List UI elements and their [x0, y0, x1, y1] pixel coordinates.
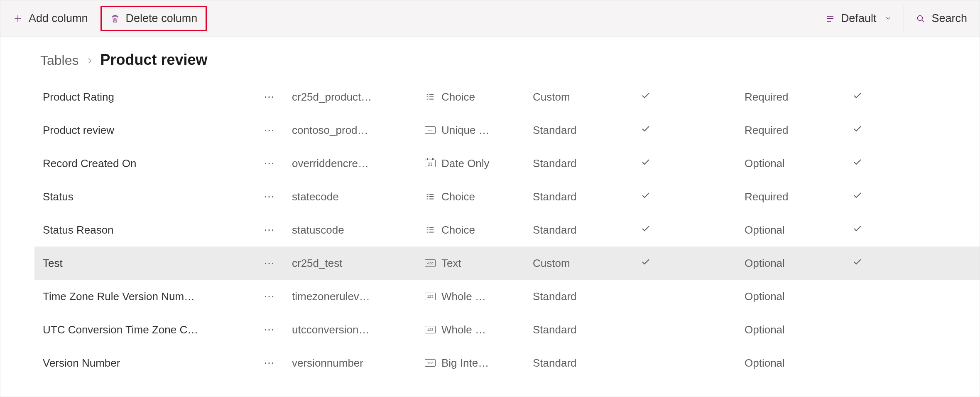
row-more-button[interactable]: ⋯: [259, 188, 280, 206]
column-display-name: Record Created On: [43, 157, 136, 170]
required-level: Required: [745, 190, 853, 203]
whole-type-icon: 123: [425, 326, 436, 333]
app-frame: Add column Delete column Default: [0, 0, 980, 397]
toolbar-separator: [904, 6, 904, 32]
data-type-cell: 123Whole …: [425, 290, 533, 303]
add-column-button[interactable]: Add column: [5, 8, 96, 29]
whole-type-icon: 123: [425, 293, 436, 300]
data-type-label: Choice: [441, 224, 475, 237]
required-level: Optional: [745, 157, 853, 170]
breadcrumb-parent[interactable]: Tables: [40, 53, 79, 68]
column-name: statuscode: [292, 224, 425, 237]
data-type-cell: 123Whole …: [425, 323, 533, 336]
column-display-name: Version Number: [43, 357, 120, 370]
chevron-down-icon: [884, 12, 892, 25]
table-row[interactable]: Status⋯statecodeChoiceStandardRequired: [34, 180, 980, 213]
data-type-label: Whole …: [441, 323, 486, 336]
customizable-check: [641, 124, 745, 137]
view-switcher-button[interactable]: Default: [818, 8, 900, 29]
column-display-name: UTC Conversion Time Zone C…: [43, 323, 198, 336]
delete-column-label: Delete column: [126, 12, 198, 25]
required-level: Optional: [745, 257, 853, 270]
row-more-button[interactable]: ⋯: [259, 155, 280, 173]
column-kind: Standard: [533, 323, 641, 336]
data-type-cell: Choice: [425, 224, 533, 237]
column-name: versionnumber: [292, 357, 425, 370]
search-icon: [916, 14, 926, 24]
column-display-name: Test: [43, 257, 63, 270]
customizable-check: [641, 224, 745, 237]
list-icon: [825, 14, 835, 24]
column-kind: Standard: [533, 157, 641, 170]
column-kind: Standard: [533, 290, 641, 303]
bigint-type-icon: 123: [425, 359, 436, 367]
row-more-button[interactable]: ⋯: [259, 288, 280, 306]
table-row[interactable]: Product review⋯contoso_prod…—Unique …Sta…: [34, 113, 980, 147]
trash-icon: [110, 14, 120, 24]
customizable-check: [641, 190, 745, 203]
required-level: Optional: [745, 224, 853, 237]
row-more-button[interactable]: ⋯: [259, 354, 280, 372]
table-row[interactable]: Test⋯cr25d_testAbcTextCustomOptional: [34, 247, 980, 280]
display-name-cell: Test⋯: [34, 254, 292, 272]
data-type-label: Big Inte…: [441, 357, 489, 370]
customizable-check: [641, 91, 745, 104]
data-type-cell: 123Big Inte…: [425, 357, 533, 370]
breadcrumb-current: Product review: [100, 51, 208, 69]
column-display-name: Product Rating: [43, 91, 114, 104]
data-type-label: Whole …: [441, 290, 486, 303]
row-more-button[interactable]: ⋯: [259, 221, 280, 239]
searchable-check: [853, 91, 902, 104]
column-kind: Custom: [533, 91, 641, 104]
chevron-right-icon: [86, 54, 94, 68]
display-name-cell: Status Reason⋯: [34, 221, 292, 239]
row-more-button[interactable]: ⋯: [259, 88, 280, 106]
row-more-button[interactable]: ⋯: [259, 254, 280, 272]
display-name-cell: UTC Conversion Time Zone C…⋯: [34, 321, 292, 339]
column-name: utcconversion…: [292, 323, 425, 336]
display-name-cell: Status⋯: [34, 188, 292, 206]
display-name-cell: Time Zone Rule Version Num…⋯: [34, 288, 292, 306]
table-row[interactable]: Product Rating⋯cr25d_product…ChoiceCusto…: [34, 80, 980, 113]
delete-column-highlight: Delete column: [100, 6, 207, 31]
column-kind: Standard: [533, 357, 641, 370]
table-row[interactable]: Status Reason⋯statuscodeChoiceStandardOp…: [34, 213, 980, 247]
required-level: Optional: [745, 357, 853, 370]
text-type-icon: Abc: [425, 259, 436, 267]
column-display-name: Product review: [43, 124, 114, 137]
data-type-cell: 21Date Only: [425, 157, 533, 170]
table-row[interactable]: UTC Conversion Time Zone C…⋯utcconversio…: [34, 313, 980, 346]
column-kind: Standard: [533, 124, 641, 137]
column-name: overriddencre…: [292, 157, 425, 170]
searchable-check: [853, 124, 902, 137]
column-name: timezonerulev…: [292, 290, 425, 303]
choice-type-icon: [425, 193, 436, 200]
toolbar-right: Default Search: [818, 0, 975, 37]
columns-table: Product Rating⋯cr25d_product…ChoiceCusto…: [0, 80, 980, 380]
table-row[interactable]: Version Number⋯versionnumber123Big Inte……: [34, 346, 980, 380]
table-row[interactable]: Time Zone Rule Version Num…⋯timezonerule…: [34, 280, 980, 313]
customizable-check: [641, 157, 745, 170]
data-type-label: Unique …: [441, 124, 490, 137]
delete-column-button[interactable]: Delete column: [105, 10, 203, 27]
display-name-cell: Product Rating⋯: [34, 88, 292, 106]
plus-icon: [13, 14, 23, 24]
row-more-button[interactable]: ⋯: [259, 121, 280, 139]
data-type-label: Choice: [441, 91, 475, 104]
row-more-button[interactable]: ⋯: [259, 321, 280, 339]
search-button[interactable]: Search: [908, 8, 975, 29]
display-name-cell: Record Created On⋯: [34, 155, 292, 173]
required-level: Optional: [745, 323, 853, 336]
column-kind: Custom: [533, 257, 641, 270]
table-row[interactable]: Record Created On⋯overriddencre…21Date O…: [34, 147, 980, 180]
date-type-icon: 21: [425, 160, 436, 167]
data-type-label: Text: [441, 257, 461, 270]
data-type-cell: —Unique …: [425, 124, 533, 137]
required-level: Required: [745, 124, 853, 137]
data-type-label: Choice: [441, 190, 475, 203]
view-label: Default: [841, 12, 877, 25]
column-name: statecode: [292, 190, 425, 203]
display-name-cell: Version Number⋯: [34, 354, 292, 372]
column-name: contoso_prod…: [292, 124, 425, 137]
required-level: Optional: [745, 290, 853, 303]
